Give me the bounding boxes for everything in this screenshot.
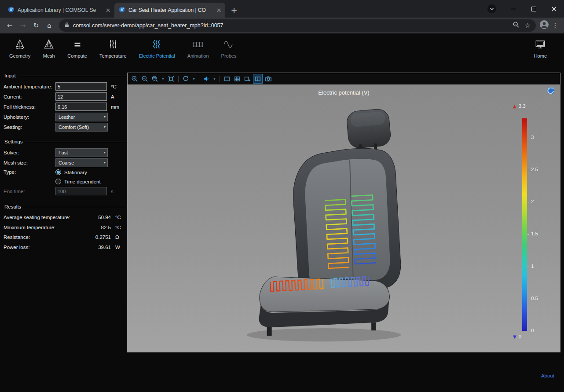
ribbon-geometry[interactable]: Geometry: [4, 37, 35, 60]
split-view-icon[interactable]: [253, 74, 263, 84]
zoom-out-icon[interactable]: [140, 74, 149, 83]
result-unit: Ω: [115, 234, 126, 240]
url-text[interactable]: comsol.com/server-demo/app/car_seat_heat…: [73, 22, 223, 29]
input-panel: Input Ambient temperature: °C Current: A…: [4, 69, 126, 252]
foil-thickness-input[interactable]: [55, 103, 107, 111]
section-title: Results: [4, 204, 21, 209]
result-unit: °C: [115, 215, 126, 220]
zoom-level-icon[interactable]: [513, 21, 520, 30]
maximize-button[interactable]: [524, 0, 544, 18]
dropdown-value: Fast: [59, 150, 68, 155]
field-label: Mesh size:: [4, 160, 55, 165]
tab-close-icon[interactable]: ×: [215, 7, 223, 14]
field-row: Upholstery: Leather▾: [4, 112, 126, 122]
zoom-in-icon[interactable]: [130, 74, 139, 83]
legend-tick: [527, 331, 529, 331]
bookmark-star-icon[interactable]: ☆: [525, 22, 531, 29]
forward-button[interactable]: →: [17, 19, 29, 32]
field-unit: mm: [111, 104, 122, 110]
legend-tick-label: 1.5: [531, 231, 538, 236]
toolbar-separator: [178, 76, 179, 82]
radio-label: Stationary: [64, 170, 87, 175]
graphics-panel: ▾ ▾ ▾ Electric potential (V): [127, 73, 560, 352]
electric-potential-icon: [151, 38, 163, 51]
chevron-down-icon: ▾: [104, 161, 106, 165]
tab-close-icon[interactable]: ×: [104, 7, 112, 14]
ribbon-mesh[interactable]: Mesh: [38, 37, 60, 60]
ribbon-temperature[interactable]: Temperature: [95, 37, 132, 60]
dropdown-value: Leather: [59, 114, 75, 120]
end-time-input: [55, 187, 107, 195]
field-row: Seating: Comfort (Soft)▾: [4, 122, 126, 132]
ribbon-home[interactable]: Home: [529, 37, 552, 60]
ribbon-label: Geometry: [9, 53, 30, 59]
scene-light-caret[interactable]: ▾: [212, 74, 217, 83]
browser-tab-strip: Application Library | COMSOL Se × Car Se…: [0, 0, 564, 18]
car-seat-3d-model[interactable]: [128, 84, 560, 352]
minimize-button[interactable]: [503, 0, 524, 18]
upholstery-dropdown[interactable]: Leather▾: [55, 113, 108, 121]
zoom-options-caret[interactable]: ▾: [161, 74, 165, 83]
browser-home-button[interactable]: ⌂: [43, 19, 55, 32]
divider: [26, 142, 126, 142]
zoom-box-icon[interactable]: [150, 74, 159, 83]
browser-tab-inactive[interactable]: Application Library | COMSOL Se ×: [4, 3, 114, 18]
scene-light-icon[interactable]: [202, 74, 211, 83]
lock-icon[interactable]: [64, 22, 70, 29]
field-label: Current:: [4, 94, 55, 99]
back-button[interactable]: ←: [4, 19, 16, 32]
mesh-size-dropdown[interactable]: Coarse▾: [55, 158, 108, 167]
chevron-down-icon: ▾: [104, 115, 106, 119]
ambient-temperature-input[interactable]: [55, 82, 107, 91]
ribbon-probes[interactable]: Probes: [216, 37, 242, 60]
geometry-icon: [14, 38, 26, 51]
ribbon-electric-potential[interactable]: Electric Potential: [134, 37, 180, 60]
field-row: Ambient temperature: °C: [4, 81, 126, 92]
home-monitor-icon: [534, 38, 546, 51]
address-bar[interactable]: comsol.com/server-demo/app/car_seat_heat…: [59, 19, 536, 32]
result-value: 50.94: [85, 215, 111, 220]
legend-tick-label: 0.5: [531, 296, 538, 301]
radio-time-dependent[interactable]: Time dependent: [55, 179, 101, 184]
radio-selected-icon: [55, 169, 61, 175]
min-arrow-icon: ▼: [513, 334, 516, 339]
seating-dropdown[interactable]: Comfort (Soft)▾: [55, 123, 108, 132]
legend-min-marker: ▼0: [513, 334, 521, 339]
browser-menu-icon[interactable]: ⋮: [550, 22, 560, 29]
solver-dropdown[interactable]: Fast▾: [55, 148, 108, 157]
window-controls: ×: [487, 0, 564, 18]
result-row: Maximum temperature: 82.5 °C: [4, 223, 126, 233]
result-value: 82.5: [85, 225, 111, 230]
radio-stationary[interactable]: Stationary: [55, 169, 101, 175]
rotate-icon[interactable]: [181, 74, 190, 83]
result-unit: W: [115, 245, 126, 250]
view-panel-icon[interactable]: [223, 74, 231, 83]
snapshot-camera-icon[interactable]: [264, 74, 273, 83]
close-window-button[interactable]: ×: [544, 0, 564, 18]
animation-filmstrip-icon: [192, 38, 204, 51]
tab-search-button[interactable]: [487, 4, 497, 14]
ribbon-animation[interactable]: Animation: [183, 37, 214, 60]
current-input[interactable]: [55, 92, 107, 101]
legend-tick: [527, 299, 529, 299]
result-label: Average seating temperature:: [4, 215, 85, 220]
reload-button[interactable]: ↻: [30, 19, 42, 32]
ribbon-label: Home: [534, 53, 547, 59]
radio-group: Stationary Time dependent: [55, 169, 101, 184]
add-plot-icon[interactable]: [243, 74, 252, 83]
ribbon-compute[interactable]: Compute: [62, 37, 92, 60]
new-tab-button[interactable]: +: [228, 4, 240, 16]
browser-tab-active[interactable]: Car Seat Heater Application | CO ×: [114, 3, 225, 18]
field-label: Seating:: [4, 125, 55, 130]
table-icon[interactable]: [233, 74, 242, 83]
max-arrow-icon: ▲: [513, 104, 516, 109]
comsol-app: Geometry Mesh Compute Temperature Electr…: [0, 33, 564, 392]
zoom-extents-icon[interactable]: [167, 74, 176, 83]
rotate-options-caret[interactable]: ▾: [191, 74, 196, 83]
about-link[interactable]: About: [541, 373, 554, 378]
legend-tick: [527, 138, 529, 138]
plot-viewport[interactable]: Electric potential (V): [128, 84, 560, 352]
legend-tick-label: 2.5: [531, 167, 538, 172]
avatar[interactable]: [539, 20, 549, 31]
divider: [19, 76, 126, 76]
